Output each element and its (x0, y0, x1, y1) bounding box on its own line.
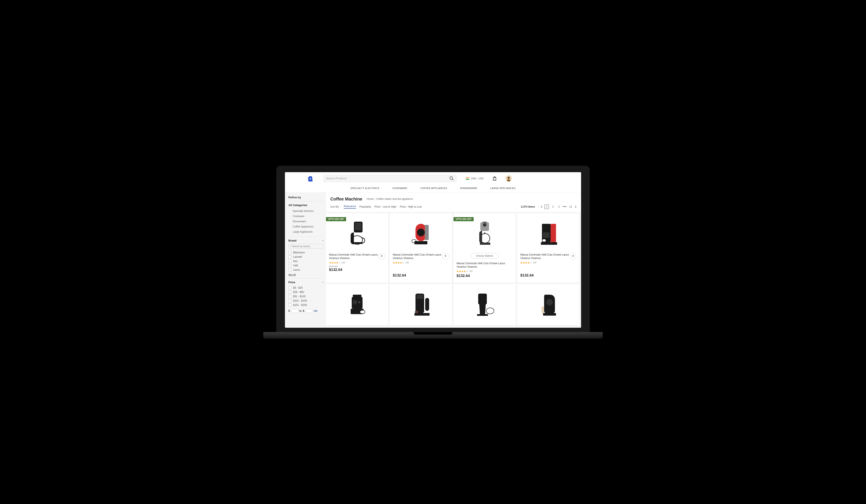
product-card[interactable] (517, 284, 579, 325)
product-name: Massa Commodo Velit Cras Ornare Lacus Vi… (393, 253, 449, 260)
nav-dinnerware[interactable]: DINNERWARE (460, 187, 478, 190)
add-to-cart-button[interactable]: + (378, 253, 385, 260)
see-all-link[interactable]: See all (288, 273, 296, 276)
product-price: $132.64 (329, 268, 385, 272)
search-input[interactable] (326, 177, 449, 180)
product-image (457, 216, 512, 251)
page-1[interactable]: 1 (545, 205, 549, 209)
brand-header[interactable]: Brand- (288, 239, 323, 242)
category-item[interactable]: Coffee Appliances (288, 224, 323, 229)
brand-filter-item[interactable]: Bibendum (288, 250, 323, 255)
product-card[interactable] (454, 284, 515, 325)
price-min-input[interactable] (291, 309, 298, 313)
nav-coffee-appliances[interactable]: COFFEE APPLIANCES (420, 187, 447, 190)
brand-search[interactable] (288, 244, 323, 249)
user-avatar[interactable] (506, 175, 512, 182)
price-filter-item[interactable]: $151 - $200 (288, 303, 323, 307)
breadcrumb-home[interactable]: Home (367, 197, 374, 201)
checkbox[interactable] (288, 295, 291, 298)
review-count: 132 (405, 261, 409, 264)
brand-filter-item[interactable]: Lacus (288, 268, 323, 272)
svg-rect-14 (414, 241, 428, 244)
collapse-icon: - (323, 239, 323, 242)
svg-rect-38 (478, 294, 487, 305)
checkbox[interactable] (288, 286, 291, 289)
pagination-dots: ••• (563, 205, 567, 208)
page-3[interactable]: 3 (557, 205, 561, 209)
svg-point-41 (546, 299, 553, 306)
checkbox[interactable] (288, 264, 291, 267)
price-filter-item[interactable]: $26 - $50 (288, 290, 323, 294)
checkbox[interactable] (288, 268, 291, 271)
product-name: Massa Commodo Velit Cras Ornare Lacus Vi… (457, 262, 512, 269)
review-count: 132 (469, 270, 473, 272)
price-max-input[interactable] (306, 309, 312, 313)
chevron-right-icon[interactable] (575, 206, 577, 208)
price-header[interactable]: Price- (288, 280, 323, 284)
brand-filter-item[interactable]: Velit (288, 263, 323, 268)
category-list: Specialty Electrics Cookware Dinnerware … (288, 208, 323, 234)
category-item[interactable]: Cookware (288, 214, 323, 219)
sort-price-high-low[interactable]: Price - High to Low (400, 205, 422, 208)
nav-specialty-electrics[interactable]: SPECIALTY ELECTRICS (351, 187, 379, 190)
product-image (329, 216, 385, 251)
sort-relevance[interactable]: Relevance (344, 205, 356, 209)
sort-popularity[interactable]: Popularity (359, 205, 371, 208)
checkbox[interactable] (288, 255, 291, 259)
brand-filter-item[interactable]: Nisi (288, 259, 323, 263)
product-name: Massa Commodo Velit Cras Ornare Lacus Vi… (329, 253, 385, 260)
checkbox[interactable] (288, 251, 291, 254)
svg-rect-36 (414, 313, 430, 316)
refine-label: Refine by (288, 196, 323, 199)
category-item[interactable]: Large Appliances (288, 229, 323, 234)
product-card[interactable]: + Massa Commodo Velit Cras Ornare Lacus … (517, 213, 579, 283)
price-go-button[interactable]: GO (314, 310, 317, 312)
svg-rect-24 (543, 232, 549, 238)
choose-options-button[interactable]: Choose Options (470, 253, 499, 259)
svg-point-21 (484, 232, 485, 234)
navbar: SPECIALTY ELECTRICS COOKWARE COFFEE APPL… (285, 185, 581, 193)
product-card[interactable]: UPTO 20% OFF Choose Options Massa Commod… (454, 213, 515, 283)
product-card[interactable]: + Massa Commodo Velit Cras Ornare Lacus … (390, 213, 452, 283)
product-image (393, 287, 449, 322)
shopping-bag-icon[interactable] (492, 176, 497, 181)
checkbox[interactable] (288, 260, 291, 263)
search-bar[interactable] (323, 174, 457, 183)
chevron-left-icon[interactable] (541, 206, 543, 208)
price-range-inputs: $ to $ GO (288, 309, 323, 313)
sort-price-low-high[interactable]: Price - Low to High (375, 205, 396, 208)
price-filter-item[interactable]: $101 - $150 (288, 299, 323, 303)
review-count: 132 (533, 261, 536, 264)
price-filter-item[interactable]: $51 - $100 (288, 294, 323, 299)
checkbox[interactable] (288, 303, 291, 307)
sort-controls: Sort By : Relevance Popularity Price - L… (330, 205, 422, 209)
locale-selector[interactable]: ENG - USD (466, 177, 484, 180)
product-price: $132.64 (393, 273, 449, 278)
product-image (393, 216, 449, 251)
product-rating: 132 (393, 261, 449, 264)
add-to-cart-button[interactable]: + (570, 253, 576, 260)
checkbox[interactable] (288, 290, 291, 294)
product-card[interactable]: UPTO 20% OFF + Massa Commodo Velit Cras … (326, 213, 388, 283)
topbar: S ENG - USD (285, 172, 581, 185)
search-icon[interactable] (449, 176, 454, 181)
page-last[interactable]: 21 (568, 205, 573, 209)
svg-rect-10 (352, 242, 363, 244)
review-count: 132 (342, 261, 345, 264)
page-2[interactable]: 2 (551, 205, 555, 209)
brand-search-input[interactable] (292, 245, 322, 248)
item-count: 2,374 items (521, 205, 535, 208)
locale-text: ENG - USD (471, 177, 484, 180)
product-card[interactable] (390, 284, 452, 325)
category-item[interactable]: Specialty Electrics (288, 208, 323, 214)
add-to-cart-button[interactable]: + (442, 253, 449, 260)
product-card[interactable] (326, 284, 388, 325)
logo[interactable]: S (307, 174, 314, 182)
checkbox[interactable] (288, 299, 291, 302)
brand-filter-item[interactable]: Laoreet (288, 255, 323, 259)
category-item[interactable]: Dinnerware (288, 219, 323, 224)
nav-cookware[interactable]: COOKWARE (392, 187, 407, 190)
price-filter-item[interactable]: $0 - $25 (288, 286, 323, 290)
svg-rect-23 (551, 224, 556, 242)
nav-large-appliances[interactable]: LARGE APPLIANCES (490, 187, 515, 190)
